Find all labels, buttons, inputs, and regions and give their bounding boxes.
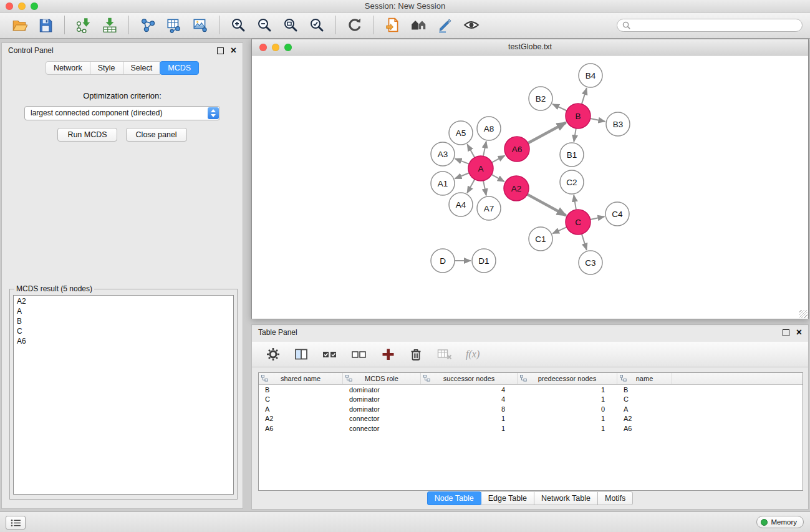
network-window-titlebar[interactable]: testGlobe.txt — [252, 39, 808, 56]
tab-node-table[interactable]: Node Table — [427, 491, 481, 505]
graph-node-D[interactable]: D — [431, 249, 455, 273]
import-network-file-button[interactable] — [73, 14, 94, 36]
search-input[interactable] — [634, 20, 797, 30]
gear-icon[interactable] — [266, 347, 281, 362]
graph-edge-C-C2[interactable] — [574, 195, 576, 210]
graph-edge-A6-B[interactable] — [528, 123, 566, 143]
run-mcds-button[interactable]: Run MCDS — [57, 128, 117, 142]
graph-node-B[interactable]: B — [566, 104, 591, 128]
table-row[interactable]: Bdominator41B — [259, 385, 803, 395]
export-table-button[interactable] — [163, 14, 185, 36]
column-header-predecessor-nodes[interactable]: predecessor nodes — [518, 373, 617, 384]
close-view-icon[interactable] — [259, 44, 267, 51]
network-canvas[interactable]: B4B2BB3A5A8A6A3B1AC2A1A2A4A7C4CC1C3DD1 — [252, 56, 808, 319]
graph-node-A1[interactable]: A1 — [431, 172, 455, 195]
table-row[interactable]: A2connector11A2 — [259, 414, 803, 424]
graph-edge-A-A4[interactable] — [467, 180, 475, 193]
zoom-selected-button[interactable] — [306, 14, 327, 36]
graph-node-A5[interactable]: A5 — [449, 121, 473, 145]
show-columns-icon[interactable] — [294, 347, 309, 362]
graph-edge-A-A7[interactable] — [483, 181, 486, 196]
mcds-result-list[interactable]: A2ABCA6 — [13, 295, 234, 495]
memory-button[interactable]: Memory — [756, 516, 804, 528]
graph-node-B4[interactable]: B4 — [579, 64, 602, 87]
graph-edge-B-B2[interactable] — [552, 104, 567, 111]
tab-edge-table[interactable]: Edge Table — [481, 491, 534, 505]
open-document-button[interactable] — [382, 14, 403, 36]
zoom-in-button[interactable] — [228, 14, 249, 36]
zoom-view-icon[interactable] — [284, 44, 292, 51]
minimize-window-icon[interactable] — [18, 2, 26, 10]
tab-network[interactable]: Network — [46, 61, 90, 75]
tab-select[interactable]: Select — [123, 61, 161, 75]
export-image-button[interactable] — [190, 14, 211, 36]
home-button[interactable] — [408, 14, 430, 36]
graph-node-B1[interactable]: B1 — [560, 143, 584, 167]
graph-node-D1[interactable]: D1 — [472, 249, 496, 273]
criterion-dropdown[interactable]: largest connected component (directed) — [24, 106, 220, 120]
graph-node-C1[interactable]: C1 — [529, 227, 552, 251]
graph-node-A7[interactable]: A7 — [477, 196, 501, 220]
close-panel-icon[interactable]: × — [231, 47, 236, 54]
table-row[interactable]: Cdominator41C — [259, 395, 803, 405]
graph-edge-A-A1[interactable] — [455, 173, 470, 178]
task-history-button[interactable] — [6, 516, 26, 530]
tab-mcds[interactable]: MCDS — [160, 61, 199, 75]
float-panel-icon[interactable] — [217, 47, 224, 54]
column-header-mcds-role[interactable]: MCDS role — [343, 373, 421, 384]
delete-table-icon[interactable] — [436, 347, 453, 362]
zoom-out-button[interactable] — [254, 14, 275, 36]
graph-node-C3[interactable]: C3 — [579, 251, 602, 274]
graph-node-B3[interactable]: B3 — [606, 112, 630, 136]
result-item[interactable]: A2 — [17, 296, 230, 306]
select-all-icon[interactable] — [322, 347, 338, 362]
table-row[interactable]: Adominator80A — [259, 404, 803, 414]
result-item[interactable]: A — [17, 306, 230, 316]
delete-column-icon[interactable] — [408, 347, 423, 362]
graph-edge-C-C3[interactable] — [582, 234, 587, 250]
table-row[interactable]: A6connector11A6 — [259, 423, 803, 433]
export-network-button[interactable] — [137, 14, 158, 36]
close-window-icon[interactable] — [6, 2, 13, 10]
graph-node-A8[interactable]: A8 — [477, 117, 501, 140]
graph-edge-A-A2[interactable] — [491, 175, 504, 181]
graph-edge-C-C4[interactable] — [591, 216, 605, 220]
open-session-button[interactable] — [9, 14, 30, 36]
graph-edge-B-B4[interactable] — [582, 88, 587, 104]
show-details-button[interactable] — [461, 14, 482, 36]
result-item[interactable]: B — [17, 316, 230, 326]
graph-node-C4[interactable]: C4 — [605, 202, 629, 226]
save-session-button[interactable] — [35, 14, 56, 36]
result-item[interactable]: A6 — [17, 336, 230, 346]
function-builder-button[interactable]: f(x) — [466, 349, 480, 360]
graph-edge-C-C1[interactable] — [552, 227, 567, 233]
graph-node-A6[interactable]: A6 — [504, 137, 529, 162]
graph-edge-A-A5[interactable] — [467, 144, 475, 157]
tab-network-table[interactable]: Network Table — [534, 491, 598, 505]
zoom-window-icon[interactable] — [31, 2, 38, 10]
graph-node-A2[interactable]: A2 — [504, 176, 529, 201]
graph-edge-A-A3[interactable] — [455, 158, 470, 164]
graph-edge-A-A8[interactable] — [483, 142, 486, 157]
annotations-button[interactable] — [435, 14, 456, 36]
import-table-file-button[interactable] — [99, 14, 120, 36]
minimize-view-icon[interactable] — [272, 44, 279, 51]
graph-node-C[interactable]: C — [566, 210, 591, 235]
close-table-panel-icon[interactable]: × — [796, 329, 802, 336]
graph-edge-A-A6[interactable] — [492, 155, 505, 162]
graph-node-A[interactable]: A — [468, 156, 493, 181]
result-item[interactable]: C — [17, 326, 230, 336]
apply-layout-button[interactable] — [344, 14, 365, 36]
graph-node-C2[interactable]: C2 — [560, 170, 584, 194]
graph-edge-B-B3[interactable] — [591, 118, 605, 122]
graph-edge-B-B1[interactable] — [574, 128, 576, 142]
column-header-shared-name[interactable]: shared name — [259, 373, 343, 384]
zoom-fit-button[interactable] — [280, 14, 301, 36]
column-header-successor-nodes[interactable]: successor nodes — [421, 373, 518, 384]
tab-style[interactable]: Style — [90, 61, 123, 75]
close-panel-button[interactable]: Close panel — [126, 128, 187, 142]
column-header-name[interactable]: name — [617, 373, 672, 384]
float-table-panel-icon[interactable] — [783, 329, 789, 336]
graph-node-B2[interactable]: B2 — [529, 87, 552, 110]
graph-edge-A2-C[interactable] — [528, 195, 566, 216]
